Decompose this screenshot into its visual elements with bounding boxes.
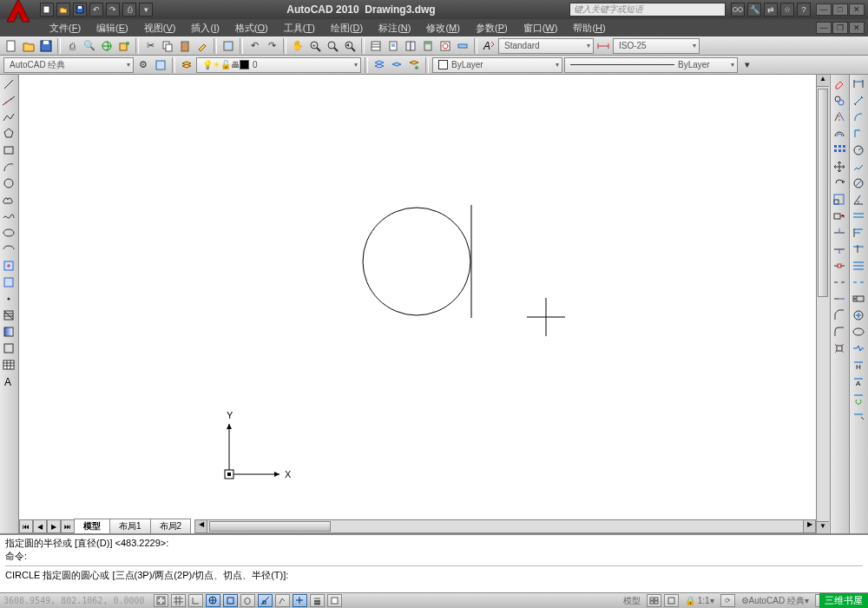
3dosnap-toggle[interactable] xyxy=(240,594,255,607)
pan-icon[interactable]: ✋ xyxy=(290,38,306,54)
arc-icon[interactable] xyxy=(1,159,16,175)
layer-states-icon[interactable] xyxy=(372,57,387,73)
menu-window[interactable]: 窗口(W) xyxy=(516,19,566,36)
layer-properties-icon[interactable] xyxy=(179,57,194,73)
lwt-toggle[interactable] xyxy=(310,594,325,607)
menu-insert[interactable]: 插入(I) xyxy=(183,19,227,36)
ducs-toggle[interactable] xyxy=(275,594,290,607)
undo-button[interactable]: ↶ xyxy=(247,38,262,54)
layer-combo[interactable]: 💡☀🔓🖶 0 xyxy=(196,57,361,73)
dim-quick-icon[interactable] xyxy=(851,208,866,224)
menu-help[interactable]: 帮助(H) xyxy=(565,19,613,36)
dim-edit-icon[interactable]: H xyxy=(851,357,866,373)
doc-close-button[interactable]: ✕ xyxy=(849,22,865,34)
horizontal-scrollbar[interactable]: ◀ ▶ xyxy=(194,519,816,533)
menu-format[interactable]: 格式(O) xyxy=(227,19,276,36)
coordinates-display[interactable]: 3608.9549, 802.1062, 0.0000 xyxy=(3,596,151,605)
dim-diameter-icon[interactable] xyxy=(851,175,866,191)
menu-parametric[interactable]: 参数(P) xyxy=(468,19,516,36)
color-combo[interactable]: ByLayer xyxy=(432,57,562,73)
qp-toggle[interactable] xyxy=(327,594,342,607)
make-block-icon[interactable] xyxy=(1,274,16,290)
tab-model[interactable]: 模型 xyxy=(74,519,110,533)
trim-icon[interactable] xyxy=(832,225,847,241)
minimize-button[interactable]: — xyxy=(816,3,832,16)
offset-icon[interactable] xyxy=(832,126,847,142)
scale-icon[interactable] xyxy=(832,192,847,208)
properties-icon[interactable] xyxy=(368,38,384,54)
layer-isolate-icon[interactable] xyxy=(389,57,404,73)
annoscale-display[interactable]: 🔒 1:1▾ xyxy=(681,596,718,605)
dim-baseline-icon[interactable] xyxy=(851,225,866,241)
construction-line-icon[interactable] xyxy=(1,93,16,109)
erase-icon[interactable] xyxy=(832,76,847,92)
open-icon[interactable] xyxy=(56,3,70,17)
dimstyle-combo[interactable]: ISO-25 xyxy=(613,38,700,54)
dim-space-icon[interactable] xyxy=(851,258,866,274)
markup-icon[interactable] xyxy=(437,38,453,54)
command-window[interactable]: 指定圆的半径或 [直径(D)] <483.2229>: 命令: CIRCLE 指… xyxy=(0,533,868,592)
table-icon[interactable] xyxy=(1,357,16,373)
tolerance-icon[interactable] xyxy=(851,291,866,307)
line-icon[interactable] xyxy=(1,76,16,92)
key-icon[interactable]: 🔧 xyxy=(747,3,761,17)
app-logo[interactable] xyxy=(3,0,33,25)
dim-aligned-icon[interactable] xyxy=(851,93,866,109)
model-space-button[interactable]: 模型 xyxy=(620,595,644,607)
stretch-icon[interactable] xyxy=(832,208,847,224)
cut-icon[interactable]: ✂ xyxy=(142,38,158,54)
revision-cloud-icon[interactable] xyxy=(1,192,16,208)
polar-toggle[interactable] xyxy=(206,594,220,607)
textstyle-combo[interactable]: Standard xyxy=(498,38,594,54)
paste-icon[interactable] xyxy=(177,38,193,54)
doc-restore-button[interactable]: ❐ xyxy=(832,22,848,34)
dim-jogline-icon[interactable] xyxy=(851,340,866,356)
save-file-icon[interactable] xyxy=(38,38,54,54)
gradient-icon[interactable] xyxy=(1,324,16,340)
3ddwf-icon[interactable] xyxy=(116,38,132,54)
menu-edit[interactable]: 编辑(E) xyxy=(89,19,136,36)
explode-icon[interactable] xyxy=(832,340,847,356)
menu-tools[interactable]: 工具(T) xyxy=(276,19,323,36)
ribbon-toggle-icon[interactable] xyxy=(455,38,470,54)
menu-draw[interactable]: 绘图(D) xyxy=(323,19,371,36)
doc-minimize-button[interactable]: — xyxy=(816,22,832,34)
open-file-icon[interactable] xyxy=(21,38,36,54)
tab-first-icon[interactable]: ⏮ xyxy=(19,519,33,533)
insert-block-icon[interactable] xyxy=(1,258,16,274)
point-icon[interactable] xyxy=(1,291,16,307)
plot-icon[interactable]: ⎙ xyxy=(64,38,80,54)
tab-layout1[interactable]: 布局1 xyxy=(109,519,151,533)
move-icon[interactable] xyxy=(832,159,847,175)
center-mark-icon[interactable] xyxy=(851,307,866,323)
circle-icon[interactable] xyxy=(1,175,16,191)
grid-toggle[interactable] xyxy=(171,594,186,607)
join-icon[interactable] xyxy=(832,291,847,307)
ellipse-arc-icon[interactable] xyxy=(1,241,16,257)
dim-linear-icon[interactable] xyxy=(851,76,866,92)
dim-break-icon[interactable] xyxy=(851,274,866,290)
osnap-toggle[interactable] xyxy=(223,594,238,607)
break-icon[interactable] xyxy=(832,274,847,290)
redo-icon[interactable]: ↷ xyxy=(106,3,120,17)
quickview-layouts-icon[interactable] xyxy=(647,594,661,607)
copy-obj-icon[interactable] xyxy=(832,93,847,109)
binoculars-icon[interactable] xyxy=(731,3,745,17)
lineweight-icon[interactable]: ▾ xyxy=(740,57,755,73)
undo-icon[interactable]: ↶ xyxy=(89,3,103,17)
help-icon[interactable]: ? xyxy=(797,3,811,17)
dim-inspect-icon[interactable] xyxy=(851,324,866,340)
region-icon[interactable] xyxy=(1,340,16,356)
quickview-drawings-icon[interactable] xyxy=(664,594,679,607)
sheet-set-icon[interactable] xyxy=(385,38,401,54)
save-icon[interactable] xyxy=(73,3,87,17)
qat-more-icon[interactable]: ▾ xyxy=(139,3,153,17)
menu-view[interactable]: 视图(V) xyxy=(136,19,184,36)
tab-prev-icon[interactable]: ◀ xyxy=(33,519,47,533)
dim-update-icon[interactable] xyxy=(851,390,866,406)
plot-preview-icon[interactable]: 🔍 xyxy=(82,38,97,54)
zoom-window-icon[interactable] xyxy=(325,38,340,54)
polyline-icon[interactable] xyxy=(1,109,16,125)
dimstyle-manager-icon[interactable] xyxy=(595,38,611,54)
dim-angular-icon[interactable] xyxy=(851,192,866,208)
